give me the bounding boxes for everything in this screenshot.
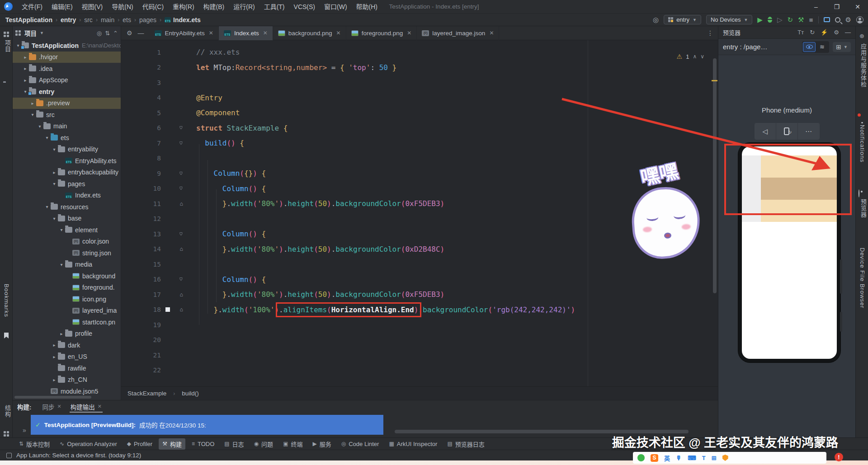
code-line-2[interactable]: 2let MTop:Record<string,number> = { 'top…: [121, 60, 718, 75]
build-run-icon[interactable]: ⚒: [798, 16, 804, 23]
collapse-all-icon[interactable]: ⌃: [113, 30, 118, 37]
menu-导航(N)[interactable]: 导航(N): [107, 3, 137, 10]
account-avatar[interactable]: [856, 16, 863, 23]
tree-item-base[interactable]: ▾base: [13, 213, 121, 225]
editor-tab-background.png[interactable]: background.png✕: [273, 26, 346, 40]
plug-icon[interactable]: ⚡: [821, 29, 828, 36]
fold-marker[interactable]: ⌂: [179, 201, 183, 207]
menu-文件(F)[interactable]: 文件(F): [17, 3, 47, 10]
close-tab-icon[interactable]: ✕: [489, 30, 494, 36]
restart-button[interactable]: ↻: [787, 16, 793, 23]
toolwindow-button-版本控制[interactable]: ⇅版本控制: [15, 438, 53, 450]
warning-stripe-mark[interactable]: [712, 80, 717, 81]
ime-skin-icon[interactable]: T: [702, 455, 706, 461]
tree-item-pages[interactable]: ▾pages: [13, 178, 121, 190]
close-tab-icon[interactable]: ✕: [98, 404, 102, 409]
menu-重构(R)[interactable]: 重构(R): [168, 3, 198, 10]
tree-item-string.json[interactable]: string.json: [13, 247, 121, 259]
code-line-18[interactable]: 18⌂ }.width('100%').alignItems(Horizonta…: [121, 302, 718, 318]
tree-item-module.json5[interactable]: module.json5: [13, 385, 121, 397]
profile-run-icon[interactable]: ▷: [777, 16, 783, 23]
build-tab-同步[interactable]: 同步✕: [38, 400, 66, 413]
structure-tab-label[interactable]: 结构: [3, 405, 12, 418]
tree-item-Index.ets[interactable]: Index.ets: [13, 190, 121, 202]
ime-mic-icon[interactable]: 🎙: [676, 455, 682, 461]
breadcrumb-item[interactable]: main: [101, 16, 114, 23]
fold-marker[interactable]: ⌂: [179, 231, 183, 237]
refresh-icon[interactable]: ↻: [810, 29, 815, 36]
minimize-button[interactable]: –: [806, 0, 826, 14]
tree-item-startIcon.pn[interactable]: startIcon.pn: [13, 316, 121, 328]
notifications-tab-label[interactable]: Notifications: [859, 125, 866, 163]
panel-settings-gear-icon[interactable]: ⚙: [127, 29, 132, 37]
tree-item-AppScope[interactable]: ▸AppScope: [13, 75, 121, 86]
menu-构建(B)[interactable]: 构建(B): [199, 3, 229, 10]
tree-item-entryability[interactable]: ▾entryability: [13, 144, 121, 155]
close-tab-icon[interactable]: ✕: [407, 30, 411, 36]
toolwindow-button-Code Linter[interactable]: ◎Code Linter: [338, 439, 383, 449]
toolwindow-button-日志[interactable]: ▤日志: [221, 438, 247, 450]
menu-窗口(W)[interactable]: 窗口(W): [320, 3, 352, 10]
app-check-tab-label[interactable]: 应用与服务体检: [859, 43, 868, 88]
toolwindow-button-问题[interactable]: ◉问题: [250, 438, 277, 450]
build-tab-构建输出[interactable]: 构建输出✕: [66, 400, 106, 413]
tree-item-color.json[interactable]: color.json: [13, 236, 121, 248]
tree-item-element[interactable]: ▾element: [13, 224, 121, 236]
fold-marker[interactable]: ⌂: [179, 276, 183, 282]
build-message-row[interactable]: ✓ TestApplication [PreviewBuild]: 成功的 在2…: [31, 415, 383, 435]
ime-toolbox-icon[interactable]: ⊞: [712, 455, 717, 461]
tree-item-src[interactable]: ▾src: [13, 109, 121, 121]
previewer-settings-gear-icon[interactable]: ⚙: [834, 29, 839, 36]
tree-item-rawfile[interactable]: rawfile: [13, 362, 121, 374]
inspection-widget[interactable]: ⚠ 1 ∧ ∨: [677, 53, 704, 60]
breadcrumb-item[interactable]: pages: [139, 16, 156, 23]
tree-item-entry[interactable]: ▾entry: [13, 86, 121, 98]
project-tool-icon[interactable]: [4, 32, 9, 37]
fold-marker[interactable]: ⌂: [179, 246, 183, 252]
multi-preview-button[interactable]: ⊞ ▼: [833, 42, 851, 52]
breadcrumb-item[interactable]: ets: [123, 16, 131, 23]
code-line-3[interactable]: 3: [121, 75, 718, 90]
code-line-21[interactable]: 21: [121, 348, 718, 363]
menu-帮助(H)[interactable]: 帮助(H): [352, 3, 382, 10]
editor-tab-foreground.png[interactable]: foreground.png✕: [346, 26, 417, 40]
tree-item-.idea[interactable]: ▸.idea: [13, 63, 121, 75]
close-tab-icon[interactable]: ✕: [57, 404, 61, 409]
tree-item-main[interactable]: ▾main: [13, 121, 121, 132]
tree-item-.hvigor[interactable]: ▸.hvigor: [13, 52, 121, 63]
fold-marker[interactable]: ⌂: [179, 306, 183, 313]
ime-keyboard-icon[interactable]: ⌨: [688, 455, 696, 461]
editor-tab-EntryAbility.ets[interactable]: EntryAbility.ets✕: [150, 26, 219, 40]
tree-item-ets[interactable]: ▾ets: [13, 132, 121, 144]
code-line-16[interactable]: 16⌂ Column() {: [121, 272, 718, 287]
tree-item-entrybackupability[interactable]: ▸entrybackupability: [13, 167, 121, 178]
chevron-down-icon[interactable]: ▼: [40, 31, 44, 35]
toolwindow-button-服务[interactable]: ▶服务: [309, 438, 335, 450]
breadcrumb-item[interactable]: src: [84, 16, 93, 23]
fold-marker[interactable]: ⌂: [179, 125, 183, 131]
preview-eye-button[interactable]: [803, 42, 816, 52]
code-line-19[interactable]: 19: [121, 317, 718, 333]
tree-item-TestApplication[interactable]: ▾TestApplicationE:\nana\Desktop: [13, 40, 121, 52]
project-tab-label[interactable]: 项目: [3, 40, 12, 52]
menu-VCS(S)[interactable]: VCS(S): [289, 3, 320, 10]
editor-tab-layered_image.json[interactable]: layered_image.json✕: [417, 26, 499, 40]
structure-icon[interactable]: [4, 431, 9, 437]
device-manager-icon[interactable]: [824, 17, 830, 22]
close-tab-icon[interactable]: ✕: [336, 30, 341, 36]
prev-warning-icon[interactable]: ∧: [693, 53, 697, 60]
fold-marker[interactable]: ⌂: [179, 140, 183, 146]
breadcrumb-method[interactable]: build(): [182, 390, 199, 397]
breadcrumb-item[interactable]: Index.ets: [173, 16, 201, 23]
toolwindow-button-TODO[interactable]: ≡TODO: [188, 439, 218, 449]
tree-item-EntryAbility.ets[interactable]: EntryAbility.ets: [13, 155, 121, 167]
ime-language-icon[interactable]: 英: [664, 454, 670, 462]
code-line-17[interactable]: 17⌂ }.width('80%').height(50).background…: [121, 287, 718, 302]
app-check-icon[interactable]: ⊕: [859, 33, 864, 39]
menu-工具(T)[interactable]: 工具(T): [259, 3, 289, 10]
tab-overflow-icon[interactable]: ⋮: [707, 29, 718, 37]
menu-编辑(E)[interactable]: 编辑(E): [47, 3, 77, 10]
stop-button[interactable]: ■: [809, 16, 813, 23]
close-tab-icon[interactable]: ✕: [209, 30, 213, 36]
bookmarks-tab-label[interactable]: Bookmarks: [3, 284, 10, 317]
